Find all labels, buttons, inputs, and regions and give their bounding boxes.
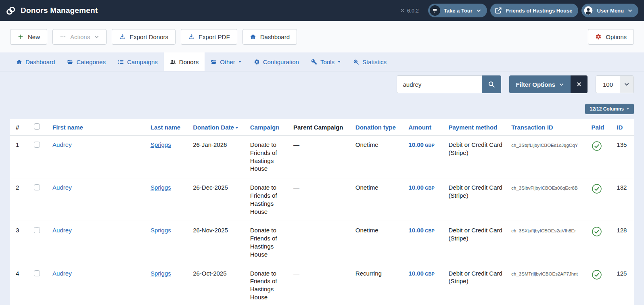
columns-button-label: 12/12 Columns (590, 106, 624, 112)
actions-button[interactable]: Actions (52, 29, 107, 45)
column-header-payment_method[interactable]: Payment method (445, 119, 508, 136)
content-area: Filter Options 100 12/12 Columns #First … (0, 75, 644, 305)
first-name-cell: Audrey (49, 136, 147, 178)
donation-type: Recurring (352, 264, 406, 305)
column-header-transaction_id[interactable]: Transaction ID (508, 119, 588, 136)
chevron-down-icon (559, 82, 564, 87)
home-icon (250, 33, 256, 40)
first-name-link[interactable]: Audrey (52, 184, 72, 191)
donors-table: #First nameLast nameDonation DateCampaig… (10, 119, 634, 305)
first-name-cell: Audrey (49, 264, 147, 305)
export-donors-label: Export Donors (130, 33, 168, 40)
donors-table-card: #First nameLast nameDonation DateCampaig… (10, 119, 634, 305)
gear-icon (254, 59, 260, 65)
check-circle-icon[interactable] (592, 184, 602, 194)
column-header-num: # (10, 119, 31, 136)
select-all-checkbox[interactable] (34, 123, 40, 130)
app-title: Donors Management (21, 6, 98, 15)
wrench-icon (311, 59, 317, 65)
external-link-icon (494, 6, 502, 15)
search-icon (488, 81, 495, 88)
campaign: Donate to Friends of Hastings House (247, 221, 290, 264)
column-label: Transaction ID (511, 124, 553, 131)
column-header-campaign[interactable]: Campaign (247, 119, 290, 136)
dashboard-button[interactable]: Dashboard (243, 29, 297, 45)
new-button[interactable]: New (10, 29, 47, 45)
campaign: Donate to Friends of Hastings House (247, 178, 290, 221)
site-preview-button[interactable]: Friends of Hastings House (490, 4, 578, 17)
column-header-donation_type[interactable]: Donation type (352, 119, 406, 136)
row-checkbox[interactable] (34, 142, 40, 148)
column-label: Payment method (448, 124, 497, 131)
check-circle-icon[interactable] (592, 269, 602, 280)
last-name-link[interactable]: Spriggs (151, 141, 171, 148)
nav-tab-donors[interactable]: Donors (164, 52, 205, 71)
nav-tab-tools[interactable]: Tools (305, 52, 347, 71)
campaign: Donate to Friends of Hastings House (247, 136, 290, 178)
column-label: Campaign (250, 124, 280, 131)
nav-tab-other[interactable]: Other (205, 52, 248, 71)
columns-toggle-button[interactable]: 12/12 Columns (585, 104, 634, 114)
first-name-link[interactable]: Audrey (52, 270, 72, 277)
ellipsis-icon (60, 33, 66, 40)
first-name-link[interactable]: Audrey (52, 141, 72, 148)
export-pdf-button[interactable]: Export PDF (181, 29, 237, 45)
check-circle-icon[interactable] (592, 226, 602, 237)
options-button-label: Options (606, 33, 627, 40)
download-icon (188, 33, 194, 40)
nav-tab-configuration[interactable]: Configuration (248, 52, 305, 71)
column-header-first_name[interactable]: First name (49, 119, 147, 136)
nav-tab-statistics[interactable]: Statistics (347, 52, 393, 71)
options-button[interactable]: Options (588, 29, 634, 45)
take-a-tour-button[interactable]: Take a Tour (428, 4, 487, 17)
take-a-tour-label: Take a Tour (444, 8, 473, 14)
toolbar: New Actions Export Donors Export PDF Das… (0, 21, 644, 52)
last-name-link[interactable]: Spriggs (151, 227, 171, 234)
column-header-amount[interactable]: Amount (405, 119, 445, 136)
nav-label: Tools (320, 58, 335, 65)
caret-down-icon (626, 107, 629, 111)
check-circle-icon[interactable] (592, 141, 602, 151)
caret-down-icon (337, 60, 341, 64)
nav-tab-dashboard[interactable]: Dashboard (10, 52, 61, 71)
nav-label: Other (220, 58, 235, 65)
nav-label: Donors (179, 58, 199, 65)
parent-campaign: — (290, 221, 352, 264)
last-name-link[interactable]: Spriggs (151, 184, 171, 191)
row-checkbox[interactable] (34, 227, 40, 233)
folder-icon (211, 59, 217, 65)
donor-id: 135 (613, 136, 634, 178)
row-checkbox[interactable] (34, 270, 40, 276)
nav-tab-categories[interactable]: Categories (61, 52, 112, 71)
last-name-cell: Spriggs (147, 264, 190, 305)
column-header-paid[interactable]: Paid (588, 119, 614, 136)
page-size-select[interactable]: 100 (596, 75, 634, 93)
last-name-link[interactable]: Spriggs (151, 270, 171, 277)
row-checkbox[interactable] (34, 184, 40, 190)
first-name-link[interactable]: Audrey (52, 227, 72, 234)
caret-down-icon (238, 60, 242, 64)
nav-tab-campaigns[interactable]: Campaigns (112, 52, 164, 71)
row-select-cell (31, 178, 50, 221)
dashboard-button-label: Dashboard (260, 33, 290, 40)
last-name-cell: Spriggs (147, 136, 190, 178)
table-row: 3 Audrey Spriggs 26-Nov-2025 Donate to F… (10, 221, 634, 264)
clear-filters-button[interactable] (571, 75, 588, 93)
user-icon (583, 5, 594, 16)
filter-options-button[interactable]: Filter Options (509, 75, 571, 93)
row-number: 3 (10, 221, 31, 264)
user-menu-button[interactable]: User Menu (581, 4, 638, 17)
download-icon (119, 33, 125, 40)
search-input[interactable] (397, 75, 482, 93)
column-header-last_name[interactable]: Last name (147, 119, 190, 136)
export-donors-button[interactable]: Export Donors (112, 29, 176, 45)
column-header-id[interactable]: ID (613, 119, 634, 136)
donation-date: 26-Jan-2026 (190, 136, 247, 178)
filter-row: Filter Options 100 (10, 75, 634, 93)
donation-type: Onetime (352, 136, 406, 178)
version-number: 6.0.2 (407, 8, 419, 14)
column-header-donation_date[interactable]: Donation Date (190, 119, 247, 136)
column-header-select[interactable] (31, 119, 50, 136)
top-header: Donors Management 6.0.2 Take a Tour Frie… (0, 0, 644, 21)
search-button[interactable] (482, 75, 501, 93)
